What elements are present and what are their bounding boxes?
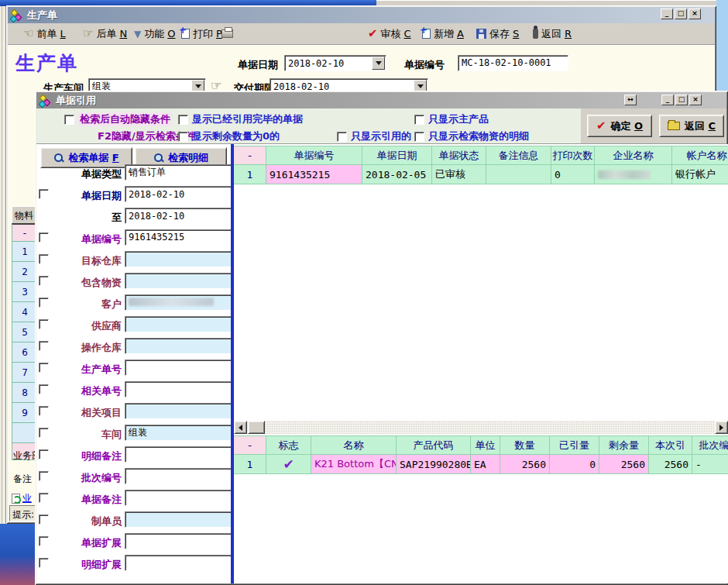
column-header[interactable]: 单位: [471, 435, 500, 455]
doc-no-input[interactable]: MC-18-02-10-0001: [458, 55, 568, 71]
table-cell[interactable]: 银行帐户: [672, 165, 728, 184]
column-header[interactable]: 本次引: [649, 435, 692, 455]
field-combo[interactable]: [125, 316, 246, 332]
next-doc-button[interactable]: ☞ 后单N: [83, 23, 127, 44]
checkbox[interactable]: [64, 115, 74, 125]
dialog-close-button[interactable]: ×: [689, 95, 702, 105]
audit-button[interactable]: ✔ 审核C: [368, 23, 411, 44]
table-cell[interactable]: K21 Bottom【CNC】: [311, 455, 397, 474]
maximize-button[interactable]: □: [675, 9, 687, 19]
material-row-number[interactable]: 3: [12, 282, 38, 302]
material-row-number[interactable]: 7: [12, 363, 38, 383]
table-cell[interactable]: 0: [550, 455, 599, 474]
material-row-number[interactable]: 8: [12, 383, 38, 403]
table-cell[interactable]: 2560: [500, 455, 550, 474]
table-cell[interactable]: 2560: [649, 455, 692, 474]
table-cell[interactable]: [595, 165, 672, 184]
table-cell[interactable]: SAP21990280B: [397, 455, 471, 474]
column-header[interactable]: 剩余量: [599, 435, 649, 455]
column-header[interactable]: 产品代码: [397, 435, 471, 455]
field-combo[interactable]: 组装: [125, 425, 246, 441]
column-header[interactable]: 已引量: [550, 435, 599, 455]
business-link[interactable]: 业: [12, 492, 32, 505]
field-combo[interactable]: [125, 251, 246, 267]
hand-left-icon: ☜: [23, 28, 33, 40]
column-header[interactable]: 单据日期: [362, 146, 432, 165]
column-header[interactable]: 标志: [266, 435, 311, 455]
material-row-number[interactable]: 4: [12, 302, 38, 322]
filter-auto-hide[interactable]: 检索后自动隐藏条件: [64, 112, 172, 126]
filter-only-searched-material[interactable]: 只显示检索物资的明细: [414, 129, 529, 143]
column-header[interactable]: 打印次数: [551, 146, 595, 165]
functions-button[interactable]: ▼ 功能O: [134, 23, 175, 44]
table-cell[interactable]: 2560: [599, 455, 649, 474]
screen: 生产单 _ □ × ☜ 前单L ☞ 后单N ▼ 功能O 打印P: [0, 0, 728, 585]
scrollbar-thumb[interactable]: [248, 421, 265, 434]
field-label: 相关项目: [35, 406, 122, 420]
table-cell[interactable]: EA: [471, 455, 500, 474]
table-cell[interactable]: 0: [551, 165, 595, 184]
cancel-button[interactable]: 返回 C: [659, 115, 724, 137]
table-cell[interactable]: 已审核: [432, 165, 486, 184]
table-cell[interactable]: -: [692, 455, 728, 474]
save-button[interactable]: 保存S: [476, 23, 519, 44]
field-label: 供应商: [35, 319, 122, 333]
checkbox[interactable]: [414, 132, 424, 142]
checkbox[interactable]: [414, 115, 424, 125]
table-cell[interactable]: 9161435215: [266, 165, 362, 184]
column-header[interactable]: 帐户名称: [672, 146, 728, 165]
field-combo[interactable]: [125, 403, 246, 419]
prev-doc-button[interactable]: ☜ 前单L: [23, 23, 66, 44]
print-button[interactable]: 打印P: [181, 23, 222, 44]
material-row-number[interactable]: 2: [12, 262, 38, 282]
column-header[interactable]: 数量: [500, 435, 550, 455]
confirm-button[interactable]: ✔ 确定 O: [587, 115, 652, 137]
doc-date-combo[interactable]: 2018-02-10: [284, 55, 386, 71]
filter-show-zero-remaining[interactable]: 显示剩余数量为0的: [178, 129, 280, 143]
close-button[interactable]: ×: [689, 9, 701, 19]
material-tab[interactable]: 物料: [12, 206, 37, 223]
material-row-number[interactable]: 9: [12, 403, 38, 423]
filter-show-fully-referenced[interactable]: 显示已经引用完毕的单据: [178, 112, 303, 126]
table-cell[interactable]: 1: [234, 455, 266, 474]
filter-only-referenced[interactable]: 只显示引用的: [337, 129, 411, 143]
column-header[interactable]: 名称: [311, 435, 397, 455]
table-cell[interactable]: 2018-02-05: [362, 165, 432, 184]
field-combo[interactable]: [125, 338, 246, 354]
return-button[interactable]: 返回R: [533, 23, 572, 44]
filter-only-main-product[interactable]: 只显示主产品: [414, 112, 489, 126]
field-combo[interactable]: [125, 273, 246, 289]
scroll-right-button[interactable]: [715, 421, 728, 434]
horizontal-scrollbar[interactable]: [234, 421, 728, 434]
dialog-minimize-button[interactable]: _: [661, 95, 674, 105]
column-header[interactable]: 企业名称: [595, 146, 672, 165]
printer-quick-button[interactable]: [221, 23, 233, 44]
material-row-number[interactable]: 6: [12, 342, 38, 363]
table-cell[interactable]: ✔: [266, 455, 311, 474]
dropdown-icon[interactable]: [372, 57, 385, 70]
field-combo[interactable]: [125, 511, 246, 528]
checkbox[interactable]: [337, 132, 347, 142]
table-cell[interactable]: [486, 165, 551, 184]
table-cell[interactable]: 1: [234, 165, 266, 184]
dialog-maximize-button[interactable]: □: [675, 95, 688, 105]
column-header[interactable]: -: [234, 435, 266, 455]
column-header[interactable]: 批次编号: [692, 435, 728, 455]
checkbox[interactable]: [178, 132, 188, 142]
checkbox[interactable]: [178, 115, 188, 125]
column-header[interactable]: 单据编号: [266, 146, 362, 165]
column-header[interactable]: -: [234, 146, 266, 165]
dialog-titlebar[interactable]: 单据引用: [36, 92, 726, 108]
add-new-button[interactable]: 新增A: [422, 23, 464, 44]
column-header[interactable]: 单据状态: [432, 146, 486, 165]
column-header[interactable]: 备注信息: [486, 146, 551, 165]
field-combo[interactable]: [125, 294, 246, 311]
material-row-number[interactable]: 5: [12, 322, 38, 342]
dialog-resize-button[interactable]: ↔: [624, 95, 637, 105]
table-row[interactable]: 191614352152018-02-05已审核0银行帐户: [234, 165, 728, 184]
minimize-button[interactable]: _: [661, 9, 673, 19]
main-titlebar[interactable]: 生产单: [8, 7, 715, 23]
scroll-left-button[interactable]: [234, 421, 247, 434]
material-row-number[interactable]: 1: [12, 242, 38, 262]
table-row[interactable]: 1✔K21 Bottom【CNC】SAP21990280BEA256002560…: [234, 455, 728, 474]
